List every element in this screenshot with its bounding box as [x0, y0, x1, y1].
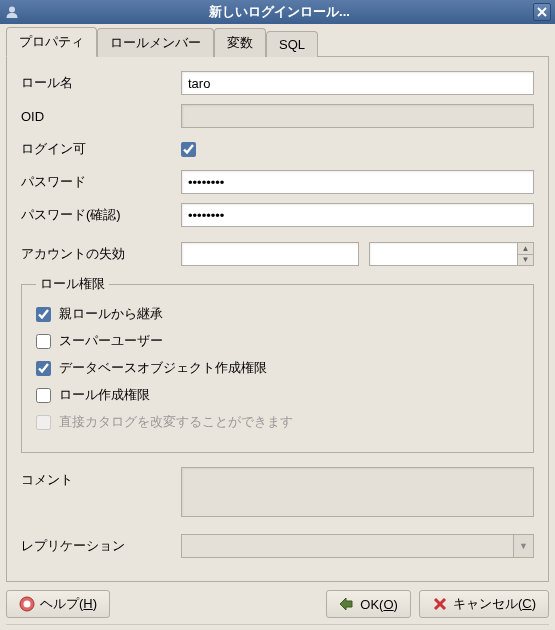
help-icon — [19, 596, 35, 612]
expire-spinner-value — [370, 243, 518, 265]
expire-date-input[interactable] — [181, 242, 359, 266]
replication-label: レプリケーション — [21, 537, 181, 555]
inherit-checkbox[interactable] — [36, 307, 51, 322]
help-button-label: ヘルプ(H) — [40, 595, 97, 613]
superuser-checkbox[interactable] — [36, 334, 51, 349]
tab-variables[interactable]: 変数 — [214, 28, 266, 57]
expire-spinner[interactable]: ▲ ▼ — [369, 242, 535, 266]
role-privileges-fieldset: ロール権限 親ロールから継承 スーパーユーザー データベースオブジェクト作成権限… — [21, 275, 534, 453]
oid-label: OID — [21, 109, 181, 124]
window-body: プロパティ ロールメンバー 変数 SQL ロール名 OID ログイン可 パスワー… — [0, 24, 555, 630]
spinner-up-button[interactable]: ▲ — [517, 243, 533, 255]
can-login-checkbox[interactable] — [181, 142, 196, 157]
tab-sql[interactable]: SQL — [266, 31, 318, 57]
superuser-label: スーパーユーザー — [59, 332, 163, 350]
comment-textarea — [181, 467, 534, 517]
close-button[interactable] — [533, 3, 551, 21]
person-icon — [4, 4, 20, 20]
button-bar: ヘルプ(H) OK(O) キャンセル(C) — [6, 590, 549, 618]
ok-button[interactable]: OK(O) — [326, 590, 411, 618]
cancel-button[interactable]: キャンセル(C) — [419, 590, 549, 618]
cancel-icon — [432, 596, 448, 612]
role-name-input[interactable] — [181, 71, 534, 95]
ok-icon — [339, 596, 355, 612]
oid-input — [181, 104, 534, 128]
replication-combo: ▼ — [181, 534, 534, 558]
update-catalog-label: 直接カタログを改変することができます — [59, 413, 293, 431]
create-role-checkbox[interactable] — [36, 388, 51, 403]
svg-point-0 — [9, 7, 15, 13]
create-db-label: データベースオブジェクト作成権限 — [59, 359, 267, 377]
window-title: 新しいログインロール... — [26, 3, 533, 21]
close-icon — [537, 7, 547, 17]
password-confirm-input[interactable] — [181, 203, 534, 227]
role-privileges-legend: ロール権限 — [36, 275, 109, 293]
create-role-label: ロール作成権限 — [59, 386, 150, 404]
password-input[interactable] — [181, 170, 534, 194]
can-login-label: ログイン可 — [21, 140, 181, 158]
account-expires-label: アカウントの失効 — [21, 245, 181, 263]
tab-properties[interactable]: プロパティ — [6, 27, 97, 57]
inherit-label: 親ロールから継承 — [59, 305, 163, 323]
svg-point-4 — [24, 601, 31, 608]
help-button[interactable]: ヘルプ(H) — [6, 590, 110, 618]
update-catalog-checkbox — [36, 415, 51, 430]
password-label: パスワード — [21, 173, 181, 191]
statusbar — [6, 624, 549, 630]
create-db-checkbox[interactable] — [36, 361, 51, 376]
tab-role-members[interactable]: ロールメンバー — [97, 28, 214, 57]
tabs-bar: プロパティ ロールメンバー 変数 SQL — [6, 30, 549, 56]
role-name-label: ロール名 — [21, 74, 181, 92]
password-confirm-label: パスワード(確認) — [21, 206, 181, 224]
comment-label: コメント — [21, 467, 181, 489]
cancel-button-label: キャンセル(C) — [453, 595, 536, 613]
chevron-down-icon: ▼ — [513, 535, 533, 557]
spinner-down-button[interactable]: ▼ — [517, 255, 533, 266]
tab-content: ロール名 OID ログイン可 パスワード パスワード(確認) アカウントの失効 — [6, 56, 549, 582]
ok-button-label: OK(O) — [360, 597, 398, 612]
titlebar: 新しいログインロール... — [0, 0, 555, 24]
